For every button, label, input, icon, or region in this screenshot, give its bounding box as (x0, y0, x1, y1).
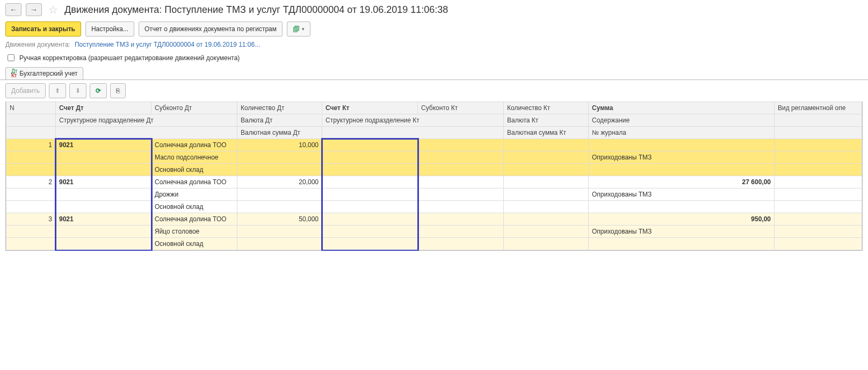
cell-regop (775, 139, 862, 151)
cell-acc-dt: 9021 (56, 213, 151, 226)
cell-content: Оприходованы ТМЗ (589, 226, 775, 238)
breadcrumb-link[interactable]: Поступление ТМЗ и услуг ТДЛ00000004 от 1… (75, 41, 260, 48)
tab-label: Бухгалтерский учет (19, 70, 77, 77)
col-val-kt[interactable]: Валюта Кт (504, 114, 589, 127)
movements-table[interactable]: N Счет Дт Субконто Дт Количество Дт Счет… (6, 101, 862, 250)
cell-content: Оприходованы ТМЗ (589, 151, 775, 164)
cell-sub-dt-2: Яйцо столовое (151, 226, 237, 238)
cell-content: Оприходованы ТМЗ (589, 188, 775, 201)
table-row[interactable]: Масло подсолнечноеОприходованы ТМЗ (6, 151, 862, 164)
cell-acc-dt: 9021 (56, 176, 151, 188)
table-row[interactable]: Яйцо столовоеОприходованы ТМЗ (6, 226, 862, 238)
cell-sub-dt-3: Основной склад (151, 238, 237, 250)
col-regop[interactable]: Вид регламентной опе (775, 102, 862, 114)
table-row[interactable]: Основной склад (6, 201, 862, 213)
back-button[interactable]: ← (5, 3, 21, 16)
add-button[interactable]: Добавить (5, 83, 46, 98)
cell-acc-kt (322, 139, 418, 151)
more-actions-button[interactable]: 🗐 (287, 21, 310, 37)
col-journal[interactable]: № журнала (589, 127, 775, 139)
col-valsum-kt[interactable]: Валютная сумма Кт (504, 127, 589, 139)
cell-qty-dt: 20,000 (237, 176, 322, 188)
cell-sum (589, 139, 775, 151)
table-row[interactable]: 29021Солнечная долина ТОО20,00027 600,00 (6, 176, 862, 188)
dtkt-icon: 🗐 (293, 25, 300, 33)
cell-sub-dt-3: Основной склад (151, 201, 237, 213)
cell-regop (775, 176, 862, 188)
col-n[interactable]: N (6, 102, 56, 114)
header-row-1: N Счет Дт Субконто Дт Количество Дт Счет… (6, 102, 862, 114)
cell-sub-kt (418, 139, 504, 151)
col-acc-dt[interactable]: Счет Дт (56, 102, 151, 114)
cell-n: 1 (6, 139, 56, 151)
favorite-icon[interactable]: ☆ (48, 3, 58, 16)
cell-n: 2 (6, 176, 56, 188)
cell-sub-dt: Солнечная долина ТОО (151, 139, 237, 151)
cell-sub-kt (418, 213, 504, 226)
col-valsum-dt[interactable]: Валютная сумма Дт (237, 127, 322, 139)
move-down-button[interactable]: ⬇ (69, 83, 86, 98)
move-up-button[interactable]: ⬆ (49, 83, 66, 98)
report-button[interactable]: Отчет о движениях документа по регистрам (139, 21, 283, 37)
col-content[interactable]: Содержание (589, 114, 775, 127)
cell-sub-dt: Солнечная долина ТОО (151, 213, 237, 226)
col-sum[interactable]: Сумма (589, 102, 775, 114)
table-row[interactable]: ДрожжиОприходованы ТМЗ (6, 188, 862, 201)
cell-acc-kt (322, 176, 418, 188)
cell-sub-dt: Солнечная долина ТОО (151, 176, 237, 188)
refresh-icon: ⟳ (96, 87, 101, 95)
cell-sub-dt-3: Основной склад (151, 164, 237, 176)
col-struct-dt[interactable]: Структурное подразделение Дт (56, 114, 237, 127)
cell-sub-kt (418, 176, 504, 188)
tab-accounting[interactable]: ДтКт Бухгалтерский учет (5, 67, 83, 79)
cell-acc-dt: 9021 (56, 139, 151, 151)
cell-qty-dt: 50,000 (237, 213, 322, 226)
table-row[interactable]: Основной склад (6, 238, 862, 250)
cell-sum: 950,00 (589, 213, 775, 226)
cell-sub-dt-2: Масло подсолнечное (151, 151, 237, 164)
export-button[interactable]: ⎘ (110, 83, 126, 98)
table-row[interactable]: 39021Солнечная долина ТОО50,000950,00 (6, 213, 862, 226)
cell-sub-dt-2: Дрожжи (151, 188, 237, 201)
export-icon: ⎘ (116, 87, 120, 95)
refresh-button[interactable]: ⟳ (90, 83, 107, 98)
cell-qty-kt (504, 176, 589, 188)
cell-regop (775, 213, 862, 226)
header-row-2: Структурное подразделение Дт Валюта Дт С… (6, 114, 862, 127)
col-sub-kt[interactable]: Субконто Кт (418, 102, 504, 114)
cell-qty-kt (504, 213, 589, 226)
col-val-dt[interactable]: Валюта Дт (237, 114, 322, 127)
forward-button[interactable]: → (26, 3, 42, 16)
breadcrumb-label: Движения документа: (5, 41, 70, 48)
page-title: Движения документа: Поступление ТМЗ и ус… (64, 4, 448, 16)
cell-qty-dt: 10,000 (237, 139, 322, 151)
col-struct-kt[interactable]: Структурное подразделение Кт (322, 114, 504, 127)
col-acc-kt[interactable]: Счет Кт (322, 102, 418, 114)
cell-sum: 27 600,00 (589, 176, 775, 188)
save-close-button[interactable]: Записать и закрыть (5, 21, 81, 37)
col-qty-kt[interactable]: Количество Кт (504, 102, 589, 114)
col-sub-dt[interactable]: Субконто Дт (151, 102, 237, 114)
cell-acc-kt (322, 213, 418, 226)
table-row[interactable]: 19021Солнечная долина ТОО10,000 (6, 139, 862, 151)
header-row-3: Валютная сумма Дт Валютная сумма Кт № жу… (6, 127, 862, 139)
settings-button[interactable]: Настройка... (85, 21, 134, 37)
col-qty-dt[interactable]: Количество Дт (237, 102, 322, 114)
cell-qty-kt (504, 139, 589, 151)
cell-n: 3 (6, 213, 56, 226)
manual-edit-checkbox[interactable] (8, 54, 15, 61)
table-row[interactable]: Основной склад (6, 164, 862, 176)
dtkt-tab-icon: ДтКт (11, 69, 17, 78)
manual-edit-label: Ручная корректировка (разрешает редактир… (19, 54, 240, 62)
